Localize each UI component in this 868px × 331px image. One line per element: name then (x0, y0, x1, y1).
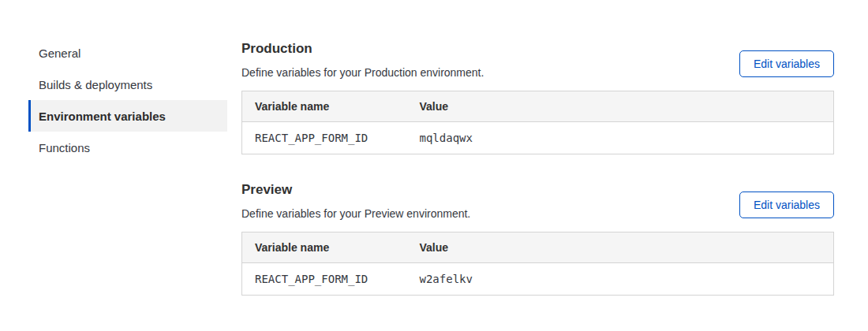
table-row: REACT_APP_FORM_ID mqldaqwx (242, 122, 834, 154)
variable-name-cell: REACT_APP_FORM_ID (242, 122, 407, 154)
settings-sidebar: General Builds & deployments Environment… (28, 37, 227, 163)
production-variables-table: Variable name Value REACT_APP_FORM_ID mq… (241, 91, 834, 154)
production-edit-variables-button[interactable]: Edit variables (739, 50, 834, 77)
environment-variables-content: Production Define variables for your Pro… (241, 37, 834, 296)
production-section: Production Define variables for your Pro… (241, 39, 834, 154)
column-header-value: Value (407, 232, 834, 263)
sidebar-item-functions[interactable]: Functions (28, 132, 227, 163)
column-header-value: Value (407, 91, 834, 122)
column-header-variable-name: Variable name (242, 91, 407, 122)
variable-name-cell: REACT_APP_FORM_ID (242, 263, 407, 296)
production-section-header: Production Define variables for your Pro… (241, 39, 834, 80)
preview-edit-variables-button[interactable]: Edit variables (739, 192, 834, 218)
sidebar-item-environment-variables[interactable]: Environment variables (28, 100, 227, 132)
sidebar-item-general[interactable]: General (28, 37, 227, 69)
production-section-title: Production (241, 39, 484, 58)
preview-section-header: Preview Define variables for your Previe… (241, 180, 834, 221)
column-header-variable-name: Variable name (242, 232, 407, 263)
production-section-header-text: Production Define variables for your Pro… (241, 39, 484, 80)
table-row: REACT_APP_FORM_ID w2afelkv (242, 263, 834, 296)
preview-section: Preview Define variables for your Previe… (241, 180, 834, 296)
production-section-description: Define variables for your Production env… (241, 65, 484, 80)
preview-section-description: Define variables for your Preview enviro… (241, 206, 470, 221)
variable-value-cell: mqldaqwx (407, 122, 834, 154)
settings-page: General Builds & deployments Environment… (0, 0, 868, 296)
table-header-row: Variable name Value (242, 91, 834, 122)
variable-value-cell: w2afelkv (407, 263, 834, 296)
sidebar-item-builds-deployments[interactable]: Builds & deployments (28, 69, 227, 100)
table-header-row: Variable name Value (242, 232, 834, 263)
preview-section-header-text: Preview Define variables for your Previe… (241, 180, 470, 221)
preview-variables-table: Variable name Value REACT_APP_FORM_ID w2… (241, 232, 834, 296)
preview-section-title: Preview (241, 180, 470, 199)
